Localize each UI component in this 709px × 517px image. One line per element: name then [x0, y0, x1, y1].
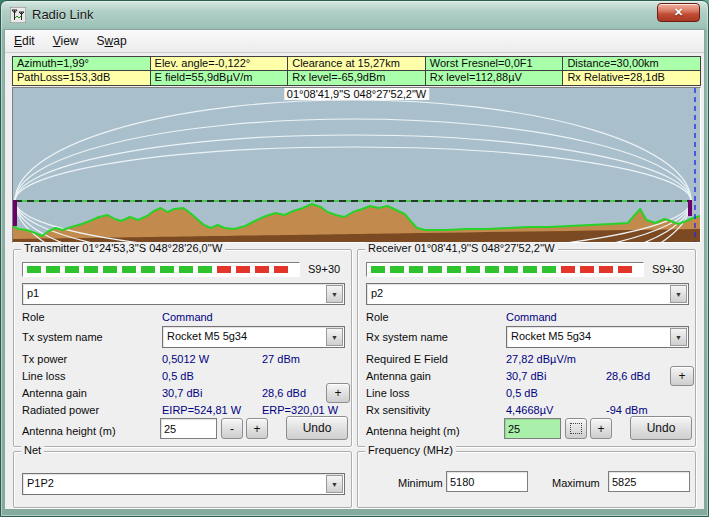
- chevron-down-icon[interactable]: ▼: [670, 328, 687, 346]
- cursor-coordinates-label: 01°08'41,9"S 048°27'52,2"W: [284, 88, 429, 100]
- rx-height-label: Antenna height (m): [366, 425, 460, 437]
- rx-height-minus-button[interactable]: [565, 418, 587, 439]
- tx-unit-combo[interactable]: p1 ▼: [22, 283, 345, 305]
- profile-chart[interactable]: 01°08'41,9"S 048°27'52,2"W: [12, 87, 701, 243]
- rx-unit-value: p2: [371, 287, 383, 299]
- rx-gain-dbi: 30,7 dBi: [506, 370, 546, 382]
- tx-gain-label: Antenna gain: [22, 387, 87, 399]
- tx-erp-value: ERP=320,01 W: [262, 404, 338, 416]
- rx-lineloss-label: Line loss: [366, 387, 409, 399]
- net-value: P1P2: [27, 477, 54, 489]
- rx-gain-plus-button[interactable]: +: [670, 366, 694, 386]
- tx-radiated-label: Radiated power: [22, 404, 99, 416]
- chevron-down-icon[interactable]: ▼: [326, 328, 343, 346]
- status-strip: Azimuth=1,99°Elev. angle=-0,122°Clearanc…: [12, 56, 701, 86]
- menu-bar: EditViewSwap: [5, 30, 704, 53]
- radio-link-window: Radio Link ✕ EditViewSwap Azimuth=1,99°E…: [0, 0, 709, 517]
- tx-gain-dbd: 28,6 dBd: [262, 387, 306, 399]
- status-cell: Worst Fresnel=0,0F1: [426, 57, 564, 71]
- transmitter-group: Transmitter 01°24'53,3''S 048°28'26,0''W…: [13, 249, 352, 447]
- rx-signal-meter: [366, 262, 644, 277]
- status-cell: Clearance at 15,27km: [288, 57, 426, 71]
- rx-role-value[interactable]: Command: [506, 311, 557, 323]
- tx-role-value[interactable]: Command: [162, 311, 213, 323]
- rx-smeter-label: S9+30: [652, 263, 684, 275]
- frequency-max-input[interactable]: [608, 471, 690, 492]
- tx-lineloss-label: Line loss: [22, 370, 65, 382]
- frequency-group: Frequency (MHz) Minimum Maximum: [357, 451, 696, 508]
- net-combo[interactable]: P1P2 ▼: [22, 473, 345, 495]
- rx-lineloss-value: 0,5 dB: [506, 387, 538, 399]
- rx-sensitivity-uv: 4,4668µV: [506, 404, 553, 416]
- rx-unit-combo[interactable]: p2 ▼: [366, 283, 689, 305]
- client-area: EditViewSwap Azimuth=1,99°Elev. angle=-0…: [4, 29, 705, 510]
- net-group: Net P1P2 ▼: [13, 451, 352, 508]
- status-cell: Rx level=-65,9dBm: [288, 71, 426, 85]
- window-title: Radio Link: [32, 7, 93, 22]
- menu-item-edit[interactable]: Edit: [5, 30, 44, 51]
- rx-gain-label: Antenna gain: [366, 370, 431, 382]
- tx-lineloss-value: 0,5 dB: [162, 370, 194, 382]
- rx-height-input[interactable]: [504, 418, 561, 439]
- tx-power-label: Tx power: [22, 353, 67, 365]
- frequency-min-input[interactable]: [446, 471, 528, 492]
- status-cell: Rx level=112,88µV: [426, 71, 564, 85]
- tx-smeter-label: S9+30: [308, 263, 340, 275]
- terrain-profile-svg: [13, 88, 700, 242]
- tx-system-combo[interactable]: Rocket M5 5g34 ▼: [162, 326, 345, 348]
- tx-height-label: Antenna height (m): [22, 425, 116, 437]
- frequency-min-label: Minimum: [398, 477, 443, 489]
- tx-unit-value: p1: [27, 287, 39, 299]
- app-icon: [10, 7, 26, 23]
- tx-power-dbm: 27 dBm: [262, 353, 300, 365]
- close-icon: ✕: [674, 6, 683, 18]
- tx-system-value: Rocket M5 5g34: [167, 330, 247, 342]
- close-button[interactable]: ✕: [657, 3, 700, 22]
- frequency-group-title: Frequency (MHz): [365, 444, 456, 456]
- tx-system-label: Tx system name: [22, 331, 103, 343]
- rx-undo-button[interactable]: Undo: [630, 416, 692, 440]
- rx-efield-value: 27,82 dBµV/m: [506, 353, 576, 365]
- chevron-down-icon[interactable]: ▼: [326, 475, 343, 493]
- tx-gain-plus-button[interactable]: +: [326, 383, 350, 403]
- receiver-group-title: Receiver 01°08'41,9''S 048°27'52,2''W: [365, 242, 558, 254]
- menu-item-swap[interactable]: Swap: [88, 30, 136, 51]
- status-cell: E field=55,9dBµV/m: [151, 71, 289, 85]
- tx-undo-button[interactable]: Undo: [286, 416, 348, 440]
- rx-role-label: Role: [366, 311, 389, 323]
- chevron-down-icon[interactable]: ▼: [326, 285, 343, 303]
- focus-rectangle: [570, 423, 582, 434]
- tx-eirp-value: EIRP=524,81 W: [162, 404, 241, 416]
- rx-height-plus-button[interactable]: +: [590, 418, 612, 439]
- status-cell: PathLoss=153,3dB: [13, 71, 151, 85]
- tx-height-input[interactable]: [160, 418, 217, 439]
- rx-system-label: Rx system name: [366, 331, 448, 343]
- transmitter-group-title: Transmitter 01°24'53,3''S 048°28'26,0''W: [21, 242, 225, 254]
- rx-system-value: Rocket M5 5g34: [511, 330, 591, 342]
- frequency-max-label: Maximum: [552, 477, 600, 489]
- rx-sensitivity-dbm: -94 dBm: [606, 404, 648, 416]
- rx-efield-label: Required E Field: [366, 353, 448, 365]
- tx-signal-meter: [22, 262, 300, 277]
- status-cell: Azimuth=1,99°: [13, 57, 151, 71]
- status-cell: Rx Relative=28,1dB: [563, 71, 700, 85]
- tx-gain-dbi: 30,7 dBi: [162, 387, 202, 399]
- rx-system-combo[interactable]: Rocket M5 5g34 ▼: [506, 326, 689, 348]
- tx-role-label: Role: [22, 311, 45, 323]
- chevron-down-icon[interactable]: ▼: [670, 285, 687, 303]
- status-cell: Distance=30,00km: [563, 57, 700, 71]
- menu-item-view[interactable]: View: [44, 30, 88, 51]
- receiver-group: Receiver 01°08'41,9''S 048°27'52,2''W S9…: [357, 249, 696, 447]
- net-group-title: Net: [21, 444, 44, 456]
- rx-sensitivity-label: Rx sensitivity: [366, 404, 430, 416]
- titlebar[interactable]: Radio Link ✕: [1, 1, 708, 29]
- tx-height-plus-button[interactable]: +: [246, 418, 268, 439]
- status-cell: Elev. angle=-0,122°: [151, 57, 289, 71]
- tx-power-watts: 0,5012 W: [162, 353, 209, 365]
- rx-gain-dbd: 28,6 dBd: [606, 370, 650, 382]
- tx-height-minus-button[interactable]: -: [221, 418, 243, 439]
